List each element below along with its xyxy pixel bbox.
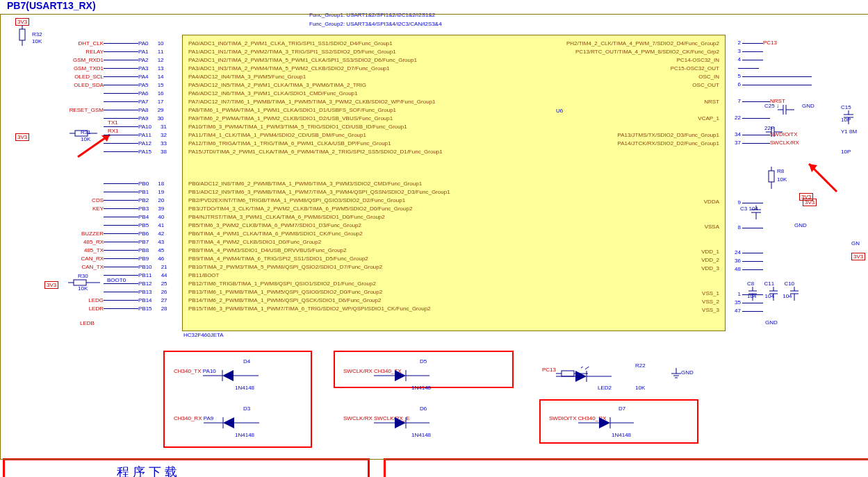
rnum-7: 7: [730, 97, 741, 106]
pin-pa1: PA1: [138, 49, 149, 55]
d3-left: CH340_RX: [174, 415, 202, 421]
d4-ref: D4: [243, 358, 250, 365]
d4-part: 1N4148: [235, 385, 254, 391]
num-pa1: 11: [152, 49, 164, 55]
num-pb9: 46: [152, 256, 164, 262]
rnum-24: 24: [730, 249, 741, 257]
gnd-right: GN: [851, 240, 860, 246]
pin-pa8: PA8: [138, 107, 149, 113]
r22-ref: R22: [635, 362, 646, 369]
func-vdd2: VDD_2: [701, 256, 719, 265]
num-pa0: 10: [152, 40, 164, 47]
func-pa6: PA6/ADC12_IN6/TIMA_3_PWM1_CLKA/SDIO1_CMD…: [188, 90, 443, 98]
net-oled-sda: OLED_SDA: [45, 82, 104, 88]
func-pa13: PA13/JTMS/TX/SDIO2_D3/Func_Group1: [566, 131, 719, 140]
gnd-led-icon: [670, 368, 682, 380]
pin-pb13: PB13: [138, 289, 152, 295]
gnd-vdd: GND: [765, 319, 778, 326]
func-pa10: PA10/TIM6_3_PWMA/TIMA_1_PWM3/TIMA_5_TRIG…: [188, 123, 443, 131]
pin-pb15: PB15: [138, 306, 152, 312]
d5-left: SWCLK/RX: [343, 368, 372, 374]
func-pb10: PB10/TIMA_2_PWM3/TIMA_5_PWM8/QSPI_QSIO2/…: [188, 263, 450, 271]
func-pb5: PB5/TIM6_3_PWM2_CLKB/TIMA_6_PWM7/SDIO1_D…: [188, 221, 450, 230]
func-pa15: PA15/JTDI/TIMA_2_PWM1_CLKA/TIMA_6_PWM4/T…: [188, 148, 443, 156]
diode-d7-icon: [578, 415, 634, 430]
func-group1-text: Func_Group1: USART1&2/SPI1&2/I2C1&2/I2S1…: [309, 12, 435, 18]
diode-d6-icon: [374, 415, 429, 430]
power-3v3-left: 3V3: [15, 133, 29, 141]
num-pb3: 39: [152, 206, 164, 212]
gnd-label-c25: GND: [802, 103, 814, 109]
c15-ref: C15: [841, 104, 851, 110]
y1-ref: Y1: [841, 128, 848, 135]
d6-part: 1N4148: [411, 432, 431, 438]
pin-pa3: PA3: [138, 65, 149, 72]
num-pa11: 32: [154, 132, 167, 138]
svg-marker-49: [223, 417, 234, 428]
func-oscout: OSC_OUT: [566, 81, 719, 90]
svg-rect-20: [769, 171, 774, 182]
num-pb8: 45: [152, 247, 164, 253]
diode-d6-block: SWCLK/RX SWCLK/RX_E D6 1N4148: [343, 415, 410, 421]
pin-pb9: PB9: [138, 256, 149, 262]
d3-ref: D3: [243, 405, 250, 412]
func-pb12: PB12/TIM6_TRIGB/TIMA_1_PWM8/QSPI_QSIO1/S…: [188, 280, 450, 288]
d3-part: 1N4148: [235, 432, 254, 438]
capacitor-c25-icon: [776, 103, 797, 117]
pin-pb7: PB7: [138, 239, 149, 245]
redbox-footer-right: [384, 458, 868, 477]
rnum-36: 36: [730, 257, 741, 265]
pin-pa0: PA0: [138, 40, 149, 47]
pin-pb6: PB6: [138, 231, 149, 237]
page-title: PB7(USART13_RX): [7, 0, 96, 11]
func-vss3: VSS_3: [701, 306, 719, 315]
r32-val: 10K: [32, 38, 42, 44]
u6-ref: U6: [556, 108, 563, 114]
capacitor-c3-icon: [748, 206, 764, 219]
capacitor-vdd-icons: [747, 287, 810, 301]
num-pb4: 40: [152, 214, 164, 220]
pin-pa7: PA7: [138, 99, 149, 105]
left-ports-pa: DHT_CLKPA010 RELAYPA111 GSM_RXD1PA212 GS…: [45, 39, 168, 156]
y1-val: 8M: [849, 128, 857, 135]
num-pa6: 16: [152, 90, 164, 97]
net-swclk: SWCLK/RX: [770, 139, 799, 147]
num-pa4: 14: [152, 74, 164, 80]
pin-pa12: PA12: [138, 140, 152, 147]
func-nrst: NRST: [566, 98, 719, 106]
func-pa3: PA3/ADC1_IN3/TIMA_2_PWM4/TIMA_5_PWM2_CLK…: [188, 65, 443, 73]
part-number: HC32F460JETA: [183, 332, 224, 338]
net-ledg: LEDG: [45, 297, 104, 303]
func-pb8: PB8/TIMA_4_PWM3/SDIO1_D4/USB_DRVVBUS/Fun…: [188, 246, 450, 255]
func-pa5: PA5/ADC12_IN5/TIMA_2_PWM1_CLKA/TIMA_3_PW…: [188, 81, 443, 90]
rnum-48: 48: [730, 265, 741, 274]
func-pb4: PB4/NJTRST/TIMA_3_PWM1_CLKA/TIMA_6_PWM6/…: [188, 213, 450, 221]
func-pb13: PB13/TIM6_1_PWMB/TIMA_1_PWM5/QSPI_QSIO0/…: [188, 288, 450, 296]
net-relay: RELAY: [45, 49, 104, 55]
rnum-8: 8: [730, 224, 741, 232]
pin-pb5: PB5: [138, 222, 149, 228]
d4-left: CH340_TX: [174, 368, 202, 374]
num-pa2: 12: [152, 57, 164, 63]
num-pa9: 30: [152, 115, 164, 122]
num-pa15: 38: [154, 149, 167, 155]
rnum-37: 37: [730, 139, 741, 147]
func-pc13: PC13/RTC_OUT/TIMA_4_PWM_8/SDIO2_CK/Func_…: [566, 48, 719, 56]
r8-val: 10K: [777, 176, 787, 183]
d6-left: SWCLK/RX: [343, 415, 372, 421]
func-vssa: VSSA: [701, 223, 719, 231]
net-dht-clk: DHT_CLK: [45, 40, 104, 47]
func-oscin: OSC_IN: [566, 73, 719, 81]
diode-d5-block: SWCLK/RX CH340_TX D5 1N4148: [343, 368, 402, 374]
pin-pb14: PB14: [138, 297, 152, 303]
redbox-footer-left: [3, 458, 370, 477]
func-ph2: PH2/TIM4_2_CLK/TIMA_4_PWM_7/SDIO2_D4/Fun…: [566, 40, 719, 48]
capacitor-c6-icon: [764, 125, 785, 139]
pin-pa6: PA6: [138, 90, 149, 97]
net-buzzer: BUZZER: [45, 231, 104, 237]
pin-pa11: PA11: [138, 132, 152, 138]
num-pb14: 27: [155, 297, 167, 303]
func-pa4: PA4/ADC12_IN4/TIMA_3_PWM5/Func_Group1: [188, 73, 443, 81]
r22-val: 10K: [635, 385, 645, 391]
rnum-35: 35: [730, 299, 741, 307]
